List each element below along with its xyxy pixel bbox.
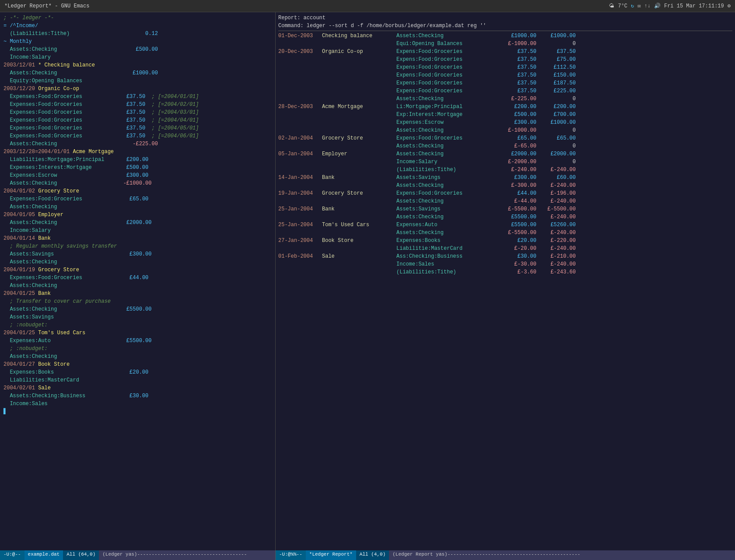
r-row-3a: 28-Dec-2003 Acme Mortgage Li:Mortgage:Pr… xyxy=(276,103,735,111)
r-row-8b: Assets:Checking £5500.00 £-240.00 xyxy=(276,213,735,221)
left-line-10: 2003/12/01 * Checking balance xyxy=(0,61,275,69)
left-pos: All (64,0) xyxy=(63,550,99,560)
left-line-34: Assets:Checking £2000.00 xyxy=(0,219,275,227)
status-left: -U:@-- example.dat All (64,0) (Ledger ya… xyxy=(0,550,276,560)
left-line-48: Assets:Checking £5500.00 xyxy=(0,305,275,313)
left-line-8: Income:Salary xyxy=(0,53,275,61)
left-mode: -U:@-- xyxy=(0,550,24,560)
left-line-40: Assets:Checking xyxy=(0,258,275,266)
network-icon: ↑↓ xyxy=(644,3,651,9)
left-line-58: Expenses:Books £20.00 xyxy=(0,368,275,376)
r-row-2e: Expens:Food:Groceries £37.50 £187.50 xyxy=(276,79,735,87)
left-line-50: ; :nobudget: xyxy=(0,321,275,329)
left-line-19: Expenses:Food:Groceries £37.50 ; [=2004/… xyxy=(0,124,275,132)
left-line-39: Assets:Savings £300.00 xyxy=(0,250,275,258)
r-row-3b: Exp:Interest:Mortgage £500.00 £700.00 xyxy=(276,111,735,119)
left-line-55: Assets:Checking xyxy=(0,353,275,360)
r-row-3c: Expenses:Escrow £300.00 £1000.00 xyxy=(276,119,735,126)
left-line-14: 2003/12/20 Organic Co-op xyxy=(0,85,275,93)
left-line-12: Equity:Opening Balances xyxy=(0,77,275,85)
left-line-38: ; Regular monthly savings transfer xyxy=(0,242,275,250)
left-line-4: (Liabilities:Tithe) 0.12 xyxy=(0,30,275,38)
r-row-2g: Assets:Checking £-225.00 0 xyxy=(276,95,735,103)
left-line-29: 2004/01/02 Grocery Store xyxy=(0,187,275,195)
titlebar-right: 🌤 7°C ↻ ✉ ↑↓ 🔊 Fri 15 Mar 17:11:19 ⚙ xyxy=(609,3,731,9)
left-line-6: ~ Monthly xyxy=(0,38,275,46)
left-line-44: Assets:Checking xyxy=(0,282,275,290)
left-line-26: Expenses:Escrow £300.00 xyxy=(0,172,275,179)
r-row-11a: 01-Feb-2004 Sale Ass:Checking:Business £… xyxy=(276,252,735,260)
settings-icon[interactable]: ⚙ xyxy=(728,3,731,9)
left-line-47: ; Transfer to cover car purchase xyxy=(0,298,275,305)
report-divider xyxy=(278,31,732,31)
right-pane[interactable]: Report: account Command: ledger --sort d… xyxy=(276,12,735,550)
left-line-62: Assets:Checking:Business £30.00 xyxy=(0,392,275,400)
r-row-6a: 14-Jan-2004 Bank Assets:Savings £300.00 … xyxy=(276,174,735,182)
left-line-64: ▋ xyxy=(0,408,275,416)
titlebar-title: *Ledger Report* - GNU Emacs xyxy=(4,3,89,9)
right-pos: All (4,0) xyxy=(356,550,389,560)
r-row-8a: 25-Jan-2004 Bank Assets:Savings £-5500.0… xyxy=(276,205,735,213)
left-line-46: 2004/01/25 Bank xyxy=(0,290,275,298)
r-row-3d: Assets:Checking £-1000.00 0 xyxy=(276,126,735,134)
r-row-1a: 01-Dec-2003 Checking balance Assets:Chec… xyxy=(276,32,735,40)
r-row-6b: Assets:Checking £-300.00 £-240.00 xyxy=(276,182,735,189)
left-line-7: Assets:Checking £500.00 xyxy=(0,46,275,53)
r-row-2b: Expens:Food:Groceries £37.50 £75.00 xyxy=(276,56,735,63)
report-command: Command: ledger --sort d -f /home/borbus… xyxy=(278,22,486,30)
r-row-10a: 27-Jan-2004 Book Store Expenses:Books £2… xyxy=(276,237,735,245)
r-row-2d: Expens:Food:Groceries £37.50 £150.00 xyxy=(276,71,735,79)
r-row-5a: 05-Jan-2004 Employer Assets:Checking £20… xyxy=(276,150,735,158)
left-line-21: Assets:Checking -£225.00 xyxy=(0,140,275,148)
r-row-1b: Equi:Opening Balances £-1000.00 0 xyxy=(276,40,735,48)
r-row-11c: (Liabilities:Tithe) £-3.60 £-243.60 xyxy=(276,268,735,276)
left-line-11: Assets:Checking £1000.00 xyxy=(0,69,275,77)
r-row-7a: 19-Jan-2004 Grocery Store Expens:Food:Gr… xyxy=(276,189,735,197)
r-row-9a: 25-Jan-2004 Tom's Used Cars Expenses:Aut… xyxy=(276,221,735,229)
temperature: 7°C xyxy=(618,3,627,9)
report-label: Report: account xyxy=(278,14,326,22)
right-mode-name: (Ledger Report yas)---------------------… xyxy=(389,550,735,560)
left-line-20: Expenses:Food:Groceries £37.50 ; [=2004/… xyxy=(0,132,275,140)
left-line-33: 2004/01/05 Employer xyxy=(0,211,275,219)
r-row-5c: (Liabilities:Tithe) £-240.00 £-240.00 xyxy=(276,166,735,174)
left-line-27: Assets:Checking -£1000.00 xyxy=(0,179,275,187)
left-line-52: 2004/01/25 Tom's Used Cars xyxy=(0,329,275,337)
main-container: ; -*- ledger -*- = /^Income/ (Liabilitie… xyxy=(0,12,735,550)
right-mode: -U:@%%-- xyxy=(276,550,306,560)
left-line-17: Expenses:Food:Groceries £37.50 ; [=2004/… xyxy=(0,108,275,116)
titlebar: *Ledger Report* - GNU Emacs 🌤 7°C ↻ ✉ ↑↓… xyxy=(0,0,735,12)
r-row-4b: Assets:Checking £-65.00 0 xyxy=(276,142,735,150)
left-line-24: Liabilities:Mortgage:Principal £200.00 xyxy=(0,156,275,164)
r-row-7b: Assets:Checking £-44.00 £-240.00 xyxy=(276,197,735,205)
left-line-37: 2004/01/14 Bank xyxy=(0,234,275,242)
status-right: -U:@%%-- *Ledger Report* All (4,0) (Ledg… xyxy=(276,550,735,560)
status-bar: -U:@-- example.dat All (64,0) (Ledger ya… xyxy=(0,550,735,560)
left-line-16: Expenses:Food:Groceries £37.50 ; [=2004/… xyxy=(0,101,275,108)
right-file: *Ledger Report* xyxy=(306,550,356,560)
r-row-10b: Liabilitie:MasterCard £-20.00 £-240.00 xyxy=(276,245,735,252)
left-line-57: 2004/01/27 Book Store xyxy=(0,360,275,368)
r-row-2c: Expens:Food:Groceries £37.50 £112.50 xyxy=(276,63,735,71)
left-file: example.dat xyxy=(24,550,63,560)
left-line-3: = /^Income/ xyxy=(0,22,275,30)
left-pane[interactable]: ; -*- ledger -*- = /^Income/ (Liabilitie… xyxy=(0,12,276,550)
report-header-1: Report: account xyxy=(276,14,735,22)
mail-icon: ✉ xyxy=(637,3,640,9)
left-line-54: ; :nobudget: xyxy=(0,345,275,353)
r-row-2a: 20-Dec-2003 Organic Co-op Expens:Food:Gr… xyxy=(276,48,735,56)
report-header-2: Command: ledger --sort d -f /home/borbus… xyxy=(276,22,735,30)
left-line-61: 2004/02/01 Sale xyxy=(0,384,275,392)
left-line-31: Assets:Checking xyxy=(0,203,275,211)
left-line-43: Expenses:Food:Groceries £44.00 xyxy=(0,274,275,282)
volume-icon: 🔊 xyxy=(654,3,661,9)
datetime: Fri 15 Mar 17:11:19 xyxy=(664,3,724,9)
left-line-59: Liabilities:MasterCard xyxy=(0,376,275,384)
left-line-18: Expenses:Food:Groceries £37.50 ; [=2004/… xyxy=(0,116,275,124)
left-line-35: Income:Salary xyxy=(0,227,275,234)
left-line-63: Income:Sales xyxy=(0,400,275,408)
r-row-4a: 02-Jan-2004 Grocery Store Expens:Food:Gr… xyxy=(276,134,735,142)
left-line-49: Assets:Savings xyxy=(0,313,275,321)
left-line-1: ; -*- ledger -*- xyxy=(0,14,275,22)
reload-icon[interactable]: ↻ xyxy=(631,3,634,9)
